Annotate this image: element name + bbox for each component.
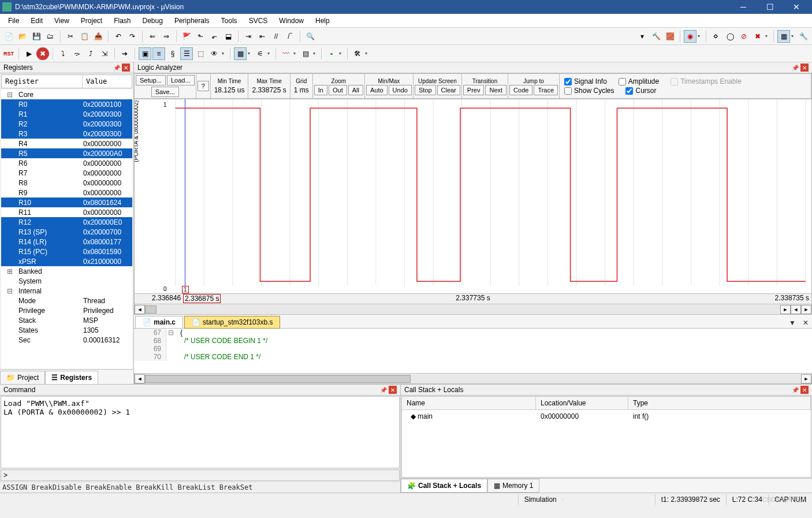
register-row[interactable]: R90x00000000 — [1, 188, 132, 197]
menu-svcs[interactable]: SVCS — [243, 16, 274, 26]
search-dropdown[interactable]: ▾ — [636, 30, 649, 43]
la-undo[interactable]: Undo — [389, 85, 412, 95]
menu-help[interactable]: Help — [310, 16, 336, 26]
nav-back-icon[interactable]: ⇐ — [146, 30, 159, 43]
tab-project[interactable]: 📁 Project — [0, 371, 45, 384]
command-input[interactable]: > — [1, 469, 400, 481]
breakpoint-disable-icon[interactable]: ⊘ — [737, 30, 750, 43]
reset-cpu-icon[interactable]: RST — [2, 47, 15, 60]
panel-close-icon[interactable]: ✕ — [800, 64, 809, 72]
bookmark-prev-icon[interactable]: ⬑ — [194, 30, 207, 43]
register-row[interactable]: R14 (LR)0x08000177 — [1, 237, 132, 247]
open-file-icon[interactable]: 📂 — [16, 30, 29, 43]
tab-registers[interactable]: ☰ Registers — [45, 371, 98, 384]
la-hscrollbar[interactable]: ◄► ◄► — [134, 304, 812, 315]
register-tree[interactable]: ⊟Core R00x20000100R10x20000300R20x200003… — [1, 90, 132, 369]
la-zoom-out[interactable]: Out — [329, 85, 347, 95]
register-row[interactable]: R30x20000300 — [1, 129, 132, 139]
memory-window-icon[interactable]: ▦ — [234, 47, 247, 60]
panel-close-icon[interactable]: ✕ — [800, 386, 809, 394]
register-row[interactable]: States1305 — [1, 325, 132, 335]
register-row[interactable]: R120x200000E0 — [1, 217, 132, 227]
nav-fwd-icon[interactable]: ⇒ — [160, 30, 173, 43]
register-row[interactable]: R50x200000A0 — [1, 148, 132, 158]
indent-icon[interactable]: ⇥ — [242, 30, 255, 43]
la-jump-trace[interactable]: Trace — [534, 85, 558, 95]
stop-icon[interactable]: ✖ — [36, 47, 49, 60]
register-group[interactable]: ⊟Internal — [1, 286, 132, 296]
uncomment-icon[interactable]: /‾ — [284, 30, 296, 43]
editor-hscrollbar[interactable]: ◄► — [134, 374, 812, 384]
find-in-files-icon[interactable]: 🔍 — [304, 30, 316, 43]
menu-project[interactable]: Project — [75, 16, 108, 26]
registers-window-icon[interactable]: ☰ — [180, 47, 193, 60]
register-row[interactable]: R60x00000000 — [1, 158, 132, 168]
paste-icon[interactable]: 📥 — [92, 30, 105, 43]
trace-window-icon[interactable]: ▤ — [299, 47, 312, 60]
bookmark-clear-icon[interactable]: ⬓ — [222, 30, 234, 43]
tab-close-icon[interactable]: ✕ — [799, 318, 812, 328]
register-row[interactable]: R100x08001624 — [1, 197, 132, 207]
la-prev[interactable]: Prev — [463, 85, 485, 95]
la-check-signal-info[interactable]: Signal Info — [562, 77, 609, 86]
tab-dropdown-icon[interactable]: ▼ — [785, 318, 799, 328]
callstack-table[interactable]: Name Location/Value Type ◆ main 0x000000… — [401, 396, 811, 478]
la-check-show-cycles[interactable]: Show Cycles — [562, 86, 616, 95]
serial-window-icon[interactable]: ⚟ — [254, 47, 266, 60]
register-row[interactable]: R20x20000300 — [1, 119, 132, 129]
panel-close-icon[interactable]: ✕ — [122, 64, 130, 72]
window-layout-icon[interactable]: ▦ — [777, 30, 790, 43]
disassembly-icon[interactable]: ≡ — [152, 47, 165, 60]
pin-icon[interactable]: 📌 — [791, 386, 799, 394]
pin-icon[interactable]: 📌 — [113, 64, 121, 72]
tab-main-c[interactable]: 📄 main.c — [135, 316, 183, 329]
pin-icon[interactable]: 📌 — [379, 386, 388, 394]
la-zoom-all[interactable]: All — [348, 85, 363, 95]
run-to-cursor-icon[interactable]: ⇲ — [98, 47, 111, 60]
copy-icon[interactable]: 📋 — [78, 30, 91, 43]
callstack-window-icon[interactable]: ⬚ — [194, 47, 207, 60]
register-row[interactable]: R80x00000000 — [1, 178, 132, 188]
minimize-button[interactable]: ─ — [730, 0, 757, 14]
debug-start-icon[interactable]: ◉ — [684, 30, 696, 43]
register-row[interactable]: R00x20000100 — [1, 99, 132, 109]
maximize-button[interactable]: ☐ — [757, 0, 783, 14]
la-load-button[interactable]: Load... — [167, 75, 195, 85]
menu-window[interactable]: Window — [273, 16, 310, 26]
menu-tools[interactable]: Tools — [215, 16, 243, 26]
menu-view[interactable]: View — [49, 16, 75, 26]
menu-flash[interactable]: Flash — [108, 16, 136, 26]
la-setup-button[interactable]: Setup... — [136, 75, 166, 85]
la-auto[interactable]: Auto — [366, 85, 388, 95]
register-row[interactable]: R110x00000000 — [1, 207, 132, 217]
bookmark-icon[interactable]: 🚩 — [180, 30, 193, 43]
command-window-icon[interactable]: ▣ — [139, 47, 151, 60]
save-icon[interactable]: 💾 — [30, 30, 43, 43]
la-help-button[interactable]: ? — [198, 81, 209, 91]
new-file-icon[interactable]: 📄 — [2, 30, 15, 43]
rebuild-icon[interactable]: 🧱 — [664, 30, 676, 43]
save-all-icon[interactable]: 🗂 — [44, 30, 57, 43]
breakpoint-kill-icon[interactable]: ✖ — [751, 30, 764, 43]
analysis-window-icon[interactable]: 〰 — [280, 47, 292, 60]
logic-analyzer-plot[interactable]: (PORTA & 0x00000002) >> 1 1 0 1 — [134, 99, 812, 294]
register-group[interactable]: ⊞Banked — [1, 266, 132, 276]
build-icon[interactable]: 🔨 — [650, 30, 662, 43]
breakpoint-enable-icon[interactable]: ◯ — [724, 30, 736, 43]
tab-callstack[interactable]: 🧩 Call Stack + Locals — [401, 479, 487, 493]
register-row[interactable]: xPSR0x21000000 — [1, 256, 132, 266]
register-row[interactable]: R10x20000300 — [1, 109, 132, 119]
panel-close-icon[interactable]: ✕ — [389, 386, 397, 394]
step-over-icon[interactable]: ⤼ — [70, 47, 83, 60]
run-icon[interactable]: ▶ — [23, 47, 35, 60]
register-row[interactable]: R70x00000000 — [1, 168, 132, 178]
register-group[interactable]: System — [1, 276, 132, 286]
la-clear[interactable]: Clear — [437, 85, 460, 95]
menu-peripherals[interactable]: Peripherals — [169, 16, 215, 26]
register-row[interactable]: PrivilegePrivileged — [1, 305, 132, 315]
menu-edit[interactable]: Edit — [25, 16, 49, 26]
register-row[interactable]: Sec0.00016312 — [1, 335, 132, 345]
system-viewer-icon[interactable]: ▪ — [325, 47, 338, 60]
bookmark-next-icon[interactable]: ⬐ — [208, 30, 221, 43]
la-jump-code[interactable]: Code — [509, 85, 532, 95]
